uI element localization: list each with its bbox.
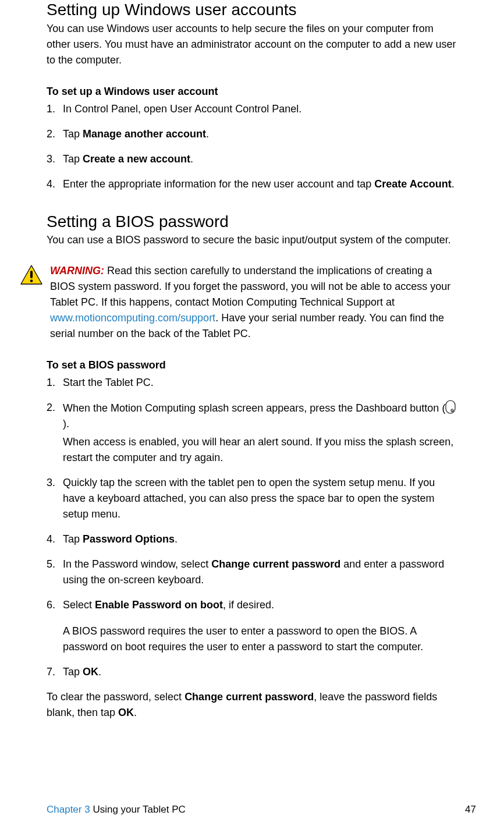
chapter-link[interactable]: Chapter 3 [47,804,90,815]
ui-label: Create a new account [83,153,190,165]
step-subtext: When access is enabled, you will hear an… [63,434,457,466]
intro-bios-password: You can use a BIOS password to secure th… [47,232,457,248]
document-page: Setting up Windows user accounts You can… [0,0,504,833]
step-text: . [175,533,178,545]
text: To clear the password, select [47,691,184,703]
task-title-user-account: To set up a Windows user account [47,86,457,98]
ui-label: OK [118,707,134,718]
warning-body: Read this section carefully to understan… [50,265,450,308]
step-subtext: A BIOS password requires the user to ent… [63,623,457,655]
step-text: When the Motion Computing splash screen … [63,402,445,414]
step-3: Quickly tap the screen with the tablet p… [47,475,457,522]
step-1: Start the Tablet PC. [47,375,457,391]
warning-text: WARNING: Read this section carefully to … [50,263,457,342]
ui-label: Password Options [83,533,175,545]
ui-label: Change current password [184,691,314,703]
warning-icon [20,264,43,288]
step-3: Tap Create a new account. [47,151,457,167]
step-4: Tap Password Options. [47,531,457,547]
step-text: Tap [63,666,83,678]
text: . [134,707,137,718]
step-6: Select Enable Password on boot, if desir… [47,597,457,655]
step-text: . [206,128,209,140]
step-text: Quickly tap the screen with the tablet p… [63,477,435,520]
warning-label: WARNING: [50,265,104,277]
step-text: . [190,153,193,165]
task-title-bios-password: To set a BIOS password [47,359,457,371]
footer-left: Chapter 3 Using your Tablet PC [47,804,186,816]
ui-label: Manage another account [83,128,206,140]
ui-label: Change current password [211,558,340,570]
warning-note: WARNING: Read this section carefully to … [47,263,457,342]
step-text: , if desired. [223,599,274,611]
step-5: In the Password window, select Change cu… [47,556,457,588]
step-2: When the Motion Computing splash screen … [47,400,457,466]
svg-text:@: @ [451,409,453,412]
step-7: Tap OK. [47,664,457,680]
ui-label: Enable Password on boot [95,599,223,611]
page-footer: Chapter 3 Using your Tablet PC 47 [47,804,476,816]
step-text: . [98,666,101,678]
dashboard-button-icon: @ [445,400,456,414]
step-text: In Control Panel, open User Account Cont… [63,103,301,115]
steps-user-account: In Control Panel, open User Account Cont… [47,101,457,192]
page-number: 47 [465,804,476,816]
step-text: Tap [63,128,83,140]
svg-point-2 [30,279,33,282]
clear-password-note: To clear the password, select Change cur… [47,689,457,721]
step-text: Tap [63,153,83,165]
ui-label: Create Account [374,178,451,190]
intro-user-accounts: You can use Windows user accounts to hel… [47,21,457,68]
step-text: Start the Tablet PC. [63,377,154,388]
step-text: ). [63,418,69,430]
ui-label: OK [83,666,98,678]
svg-rect-1 [30,271,33,278]
step-text: . [452,178,455,190]
section-heading-user-accounts: Setting up Windows user accounts [47,0,457,20]
step-1: In Control Panel, open User Account Cont… [47,101,457,117]
step-text: Enter the appropriate information for th… [63,178,374,190]
chapter-title: Using your Tablet PC [90,804,186,815]
step-4: Enter the appropriate information for th… [47,176,457,192]
step-2: Tap Manage another account. [47,126,457,142]
section-heading-bios-password: Setting a BIOS password [47,212,457,232]
support-link[interactable]: www.motioncomputing.com/support [50,312,215,324]
steps-bios-password: Start the Tablet PC. When the Motion Com… [47,375,457,680]
step-text: Select [63,599,95,611]
step-text: Tap [63,533,83,545]
step-text: In the Password window, select [63,558,211,570]
